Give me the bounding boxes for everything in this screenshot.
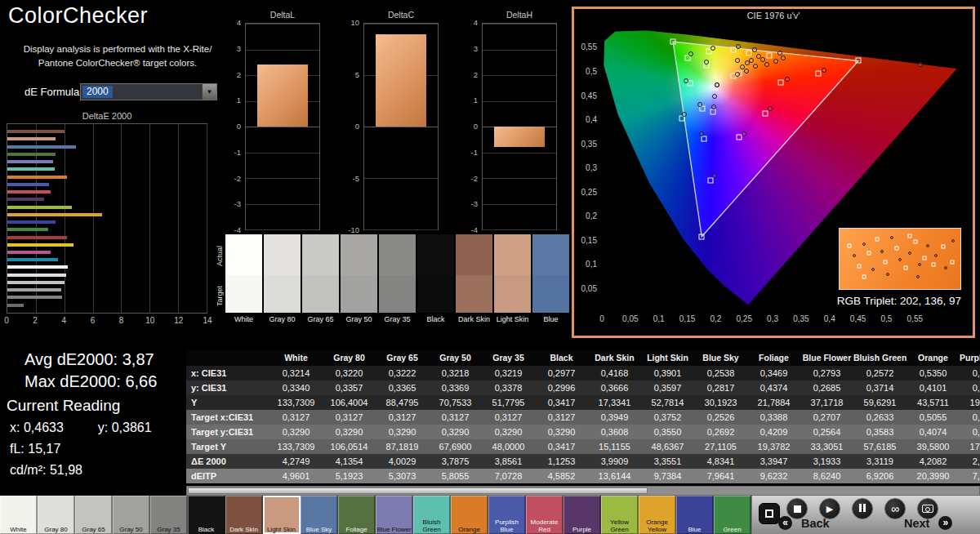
swatch-label: Black — [417, 313, 454, 325]
table-cell: 0,2564 — [800, 425, 853, 439]
table-cell: 27,1105 — [694, 439, 747, 454]
axis-tick-label: 0,05 — [576, 284, 597, 293]
axis-tick-label: -10 — [344, 225, 359, 234]
table-cell: 67,6900 — [429, 439, 482, 454]
swatch-target — [417, 275, 454, 313]
patch-button-gray-50[interactable]: Gray 50 — [113, 496, 150, 534]
table-cell: 0,3378 — [482, 380, 535, 395]
patch-button-light-skin[interactable]: Light Skin — [263, 496, 301, 534]
pause-icon — [858, 504, 866, 514]
stop-icon — [794, 505, 801, 513]
table-cell: 51,7795 — [482, 395, 535, 410]
chevron-down-icon[interactable]: ▼ — [202, 84, 216, 100]
table-cell: 0,3388 — [747, 410, 800, 425]
patch-button-purple[interactable]: Purple — [564, 496, 601, 534]
measured-marker — [768, 106, 773, 111]
target-marker — [707, 177, 713, 183]
axis-tick-label: 0,2 — [710, 314, 721, 323]
gridline — [483, 153, 556, 154]
patch-button-black[interactable]: Black — [188, 496, 225, 534]
deltae-bars — [7, 124, 207, 313]
target-marker — [815, 71, 821, 77]
loop-button[interactable]: ∞ — [884, 498, 906, 519]
swatch-target — [225, 275, 262, 313]
patch-button-gray-80[interactable]: Gray 80 — [38, 496, 75, 534]
measured-marker — [822, 68, 826, 73]
axis-tick-label: 0 — [225, 122, 241, 131]
next-button[interactable]: Next » — [904, 516, 952, 530]
swatch-blue: Blue — [532, 234, 569, 325]
chevron-left-icon: « — [778, 516, 792, 530]
table-cell: 30,1923 — [694, 395, 747, 410]
patch-button-orange[interactable]: Orange — [451, 496, 488, 534]
table-row-label: Target y:CIE31 — [186, 425, 270, 439]
swatch-label: Gray 35 — [379, 313, 416, 325]
swatch-target — [341, 275, 377, 313]
chevron-right-icon: » — [938, 516, 952, 530]
table-cell: 33,3051 — [800, 439, 853, 454]
patch-button-moderate-red[interactable]: Moderate Red — [526, 496, 564, 534]
table-cell: 0,3218 — [429, 366, 482, 380]
gridline — [246, 204, 319, 205]
pause-button[interactable] — [852, 498, 873, 519]
gridline — [364, 24, 438, 24]
table-column-header: Bluish Green — [853, 350, 906, 366]
table-row: y: CIE310,33400,33570,33650,33690,33780,… — [186, 380, 980, 395]
target-marker — [950, 260, 954, 264]
patch-button-label: Moderate Red — [526, 518, 563, 533]
de-formula-value: 2000 — [82, 86, 113, 98]
patch-button-white[interactable]: White — [0, 496, 38, 534]
table-cell: 0,3417 — [535, 439, 588, 454]
measured-marker — [916, 275, 920, 278]
target-marker — [862, 275, 866, 279]
measured-marker — [735, 58, 740, 63]
table-cell: 0,4101 — [906, 380, 960, 395]
patch-button-green[interactable]: Green — [714, 496, 751, 534]
table-cell: 52,7814 — [641, 395, 694, 410]
measured-marker — [777, 51, 782, 56]
swatch-target — [494, 275, 531, 313]
gridline — [483, 178, 556, 179]
table-scrollbar[interactable] — [186, 486, 980, 496]
patch-button-blue-flower[interactable]: Blue Flower — [376, 496, 413, 534]
description-line-1: Display analysis is performed with the X… — [18, 42, 217, 56]
deltae-2000-chart: DeltaE 2000 02468101214 — [3, 111, 211, 332]
patch-button-gray-65[interactable]: Gray 65 — [75, 496, 113, 534]
table-row: dEITP4,96015,19235,30735,80557,07284,585… — [186, 469, 980, 483]
back-button[interactable]: « Back — [778, 516, 830, 530]
measured-marker — [756, 54, 761, 59]
patch-button-purplish-blue[interactable]: Purplish Blue — [488, 496, 526, 534]
gridline — [246, 153, 319, 154]
table-cell: 0,3290 — [270, 425, 323, 439]
target-marker — [847, 243, 851, 247]
table-cell: 5,3073 — [376, 469, 429, 483]
description-line-2: Pantone ColorChecker® target colors. — [18, 56, 217, 70]
patch-button-blue[interactable]: Blue — [676, 496, 714, 534]
cie-chart-panel: CIE 1976 u'v' 0,550,50,450,40,350,30,250… — [572, 7, 975, 338]
patch-button-label: Purple — [564, 526, 600, 533]
patch-button-blue-sky[interactable]: Blue Sky — [301, 496, 338, 534]
patch-button-bluish-green[interactable]: Bluish Green — [413, 496, 451, 534]
patch-button-foliage[interactable]: Foliage — [338, 496, 376, 534]
deltac-bar — [376, 34, 425, 127]
patch-button-dark-skin[interactable]: Dark Skin — [225, 496, 263, 534]
table-corner-cell — [186, 350, 270, 366]
y-axis-labels: 1050-5-10 — [344, 23, 361, 230]
table-row: Target Y133,7309106,051487,181967,690048… — [186, 439, 980, 454]
table-column-header: Gray 80 — [323, 350, 376, 366]
measured-marker — [697, 102, 702, 107]
axis-tick-label: 0,5 — [576, 67, 597, 76]
table-row-label: y: CIE31 — [186, 380, 270, 395]
scrollbar-thumb[interactable] — [188, 487, 648, 494]
target-marker — [763, 110, 768, 116]
measured-marker — [926, 244, 929, 247]
patch-button-gray-35[interactable]: Gray 35 — [150, 496, 188, 534]
deltae-plot — [7, 123, 207, 314]
swatch-label: Dark Skin — [456, 313, 492, 325]
chart-title: CIE 1976 u'v' — [574, 11, 973, 20]
patch-button-yellow-green[interactable]: Yellow Green — [601, 496, 639, 534]
stop-pattern-button[interactable] — [759, 503, 780, 524]
deltae-x-axis: 02468101214 — [7, 316, 207, 327]
patch-button-orange-yellow[interactable]: Orange Yellow — [639, 496, 676, 534]
de-formula-dropdown[interactable]: 2000 ▼ — [80, 83, 217, 100]
